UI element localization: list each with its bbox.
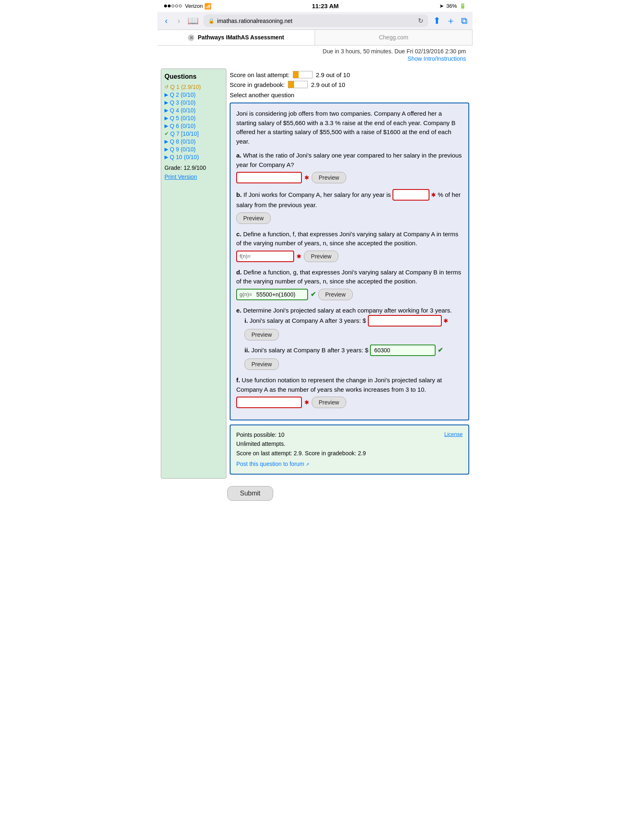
back-button[interactable]: ‹: [162, 15, 170, 26]
part-d-letter: d.: [236, 269, 242, 276]
forum-link-row: Post this question to forum: [236, 459, 463, 468]
subpart-ei: i. Joni's salary at Company A after 3 ye…: [244, 315, 463, 340]
sidebar-title: Questions: [164, 73, 223, 80]
part-c-answer-row: f(n)= ✱ Preview: [236, 251, 463, 262]
sidebar-item-q7[interactable]: ✔ Q 7 [10/10]: [164, 130, 223, 137]
subpart-eii-preview-row: Preview: [244, 358, 463, 370]
subpart-eii-text: Joni's salary at Company B after 3 years…: [251, 347, 369, 354]
q3-link[interactable]: Q 3 (0/10): [170, 99, 196, 106]
sidebar-item-q8[interactable]: ▶ Q 8 (0/10): [164, 138, 223, 145]
reload-button[interactable]: ↻: [418, 17, 423, 25]
share-button[interactable]: ⬆: [433, 16, 441, 26]
subpart-ei-preview-button[interactable]: Preview: [244, 329, 279, 340]
part-b-label: b. If Joni works for Company A, her sala…: [236, 189, 463, 210]
subpart-eii-preview-button[interactable]: Preview: [244, 358, 279, 370]
sidebar-item-q6[interactable]: ▶ Q 6 (0/10): [164, 123, 223, 129]
q9-link[interactable]: Q 9 (0/10): [170, 146, 196, 153]
sidebar-item-q9[interactable]: ▶ Q 9 (0/10): [164, 146, 223, 153]
part-a-input[interactable]: [236, 172, 302, 183]
part-b: b. If Joni works for Company A, her sala…: [236, 189, 463, 224]
content-area: Score on last attempt: 2.9 out of 10 Sco…: [230, 68, 469, 479]
subpart-eii: ii. Joni's salary at Company B after 3 y…: [244, 345, 463, 370]
part-b-preview-row: Preview: [236, 212, 463, 224]
sidebar-item-q10[interactable]: ▶ Q 10 (0/10): [164, 154, 223, 160]
tab-close-icon[interactable]: ✕: [188, 34, 194, 41]
score-gradebook-bar-empty: [294, 81, 308, 88]
arrow-icon-q9: ▶: [164, 146, 168, 152]
q7-link[interactable]: Q 7 [10/10]: [170, 130, 199, 137]
tab-pathways[interactable]: ✕ Pathways IMathAS Assessment: [158, 30, 315, 45]
part-f-label: f. Use function notation to represent th…: [236, 376, 463, 394]
sidebar-item-q1[interactable]: ↺ Q 1 (2.9/10): [164, 84, 223, 90]
q1-link[interactable]: Q 1 (2.9/10): [170, 84, 201, 90]
part-c-label: c. Define a function, f, that expresses …: [236, 230, 463, 248]
part-d: d. Define a function, g, that expresses …: [236, 268, 463, 300]
sidebar-item-q2[interactable]: ▶ Q 2 (0/10): [164, 91, 223, 98]
part-b-preview-button[interactable]: Preview: [236, 212, 271, 224]
arrow-icon-q2: ▶: [164, 92, 168, 98]
part-a-preview-button[interactable]: Preview: [312, 172, 346, 183]
wifi-icon: 📶: [204, 3, 211, 9]
question-intro: Joni is considering job offers from two …: [236, 109, 463, 146]
subpart-eii-input[interactable]: [370, 345, 436, 356]
part-a: a. What is the ratio of Joni's salary on…: [236, 151, 463, 183]
score-gradebook-bar: [288, 81, 308, 88]
info-box: License Points possible: 10 Unlimited at…: [230, 425, 469, 475]
tabs-button[interactable]: ⧉: [461, 16, 468, 26]
q2-link[interactable]: Q 2 (0/10): [170, 91, 196, 98]
score-last-attempt-label: Score on last attempt:: [230, 71, 290, 78]
arrow-icon-q3: ▶: [164, 100, 168, 105]
q8-link[interactable]: Q 8 (0/10): [170, 138, 196, 145]
part-b-input[interactable]: [393, 189, 429, 201]
sidebar-item-q3[interactable]: ▶ Q 3 (0/10): [164, 99, 223, 106]
part-d-correct-mark: ✔: [310, 290, 316, 298]
show-intro-link[interactable]: Show Intro/Instructions: [158, 55, 472, 65]
battery-icon: 🔋: [459, 3, 466, 9]
carrier-label: Verizon: [185, 3, 203, 9]
new-tab-button[interactable]: ＋: [446, 15, 455, 27]
q4-link[interactable]: Q 4 (0/10): [170, 107, 196, 114]
main-layout: Questions ↺ Q 1 (2.9/10) ▶ Q 2 (0/10) ▶ …: [158, 65, 472, 482]
tab-chegg-label: Chegg.com: [379, 34, 409, 41]
tabs-bar: ✕ Pathways IMathAS Assessment Chegg.com: [158, 30, 472, 46]
subpart-ei-input[interactable]: [368, 315, 442, 326]
sidebar-item-q5[interactable]: ▶ Q 5 (0/10): [164, 115, 223, 121]
dot1: [164, 5, 167, 7]
license-link[interactable]: License: [444, 430, 463, 439]
part-d-text: Define a function, g, that expresses Jon…: [236, 269, 461, 285]
part-c-input[interactable]: [252, 251, 293, 261]
signal-dots: [164, 5, 182, 7]
points-possible: Points possible: 10: [236, 430, 463, 439]
bookmarks-icon[interactable]: 📖: [187, 16, 199, 26]
sidebar-item-q4[interactable]: ▶ Q 4 (0/10): [164, 107, 223, 114]
forward-button[interactable]: ›: [175, 15, 183, 26]
part-e: e. Determine Joni's projected salary at …: [236, 306, 463, 370]
q5-link[interactable]: Q 5 (0/10): [170, 115, 196, 121]
part-c-letter: c.: [236, 231, 242, 237]
q10-link[interactable]: Q 10 (0/10): [170, 154, 199, 160]
tab-chegg[interactable]: Chegg.com: [315, 30, 472, 45]
part-c-preview-button[interactable]: Preview: [304, 251, 338, 262]
score-last-attempt-value: 2.9 out of 10: [316, 71, 350, 78]
submit-button[interactable]: Submit: [227, 486, 273, 501]
print-version-link[interactable]: Print Version: [164, 173, 223, 180]
part-f-input[interactable]: [236, 397, 302, 408]
part-b-text-before: If Joni works for Company A, her salary …: [244, 191, 391, 198]
url-bar[interactable]: 🔒 imathas.rationalreasoning.net ↻: [203, 14, 428, 27]
part-f-preview-button[interactable]: Preview: [312, 397, 346, 408]
part-d-preview-button[interactable]: Preview: [318, 289, 353, 300]
grade-text: Grade: 12.9/100: [164, 164, 223, 171]
q6-link[interactable]: Q 6 (0/10): [170, 123, 196, 129]
score-note: Score on last attempt: 2.9. Score in gra…: [236, 449, 463, 458]
battery-label: 36%: [446, 3, 457, 9]
part-e-text: Determine Joni's projected salary at eac…: [243, 307, 452, 314]
part-e-letter: e.: [236, 307, 242, 314]
forum-link[interactable]: Post this question to forum: [236, 461, 309, 467]
subpart-ei-label: i. Joni's salary at Company A after 3 ye…: [244, 315, 463, 326]
subpart-eii-letter: ii.: [244, 347, 250, 354]
arrow-icon-q5: ▶: [164, 115, 168, 121]
score-gradebook-label: Score in gradebook:: [230, 81, 285, 88]
location-icon: ➤: [439, 3, 444, 9]
part-d-input[interactable]: [254, 290, 307, 299]
part-f-required-star: ✱: [304, 399, 309, 406]
